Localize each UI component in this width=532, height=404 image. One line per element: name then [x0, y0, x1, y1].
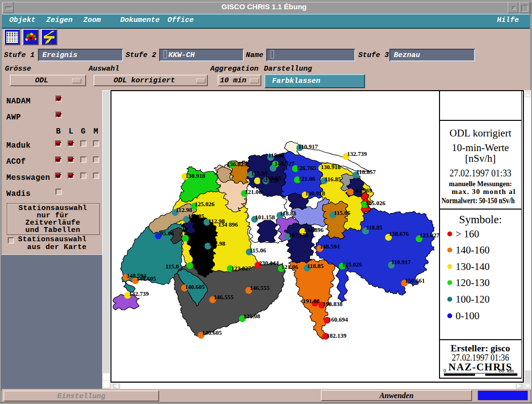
svg-text:110.917: 110.917: [298, 143, 318, 150]
svg-text:140.605: 140.605: [136, 275, 156, 282]
svg-text:101.158: 101.158: [255, 214, 275, 221]
svg-text:130.918: 130.918: [305, 190, 325, 197]
svg-text:121.06: 121.06: [281, 264, 298, 270]
svg-text:110.917: 110.917: [391, 259, 411, 266]
svg-text:123.027: 123.027: [420, 232, 440, 239]
svg-text:140.605: 140.605: [202, 329, 222, 336]
svg-text:115.0: 115.0: [165, 263, 179, 270]
svg-text:116.85: 116.85: [188, 213, 204, 220]
svg-text:118.85: 118.85: [366, 224, 383, 231]
svg-text:230.144: 230.144: [259, 260, 279, 267]
svg-text:112.98: 112.98: [176, 207, 192, 213]
svg-text:130.918: 130.918: [185, 173, 205, 179]
svg-text:118.857: 118.857: [356, 169, 376, 175]
svg-text:138.676: 138.676: [389, 231, 409, 237]
svg-text:182.139: 182.139: [327, 332, 347, 339]
svg-text:146.555: 146.555: [250, 285, 270, 291]
svg-text:134 896: 134 896: [218, 221, 238, 228]
svg-text:0: 0: [443, 368, 446, 373]
svg-text:136.825: 136.825: [227, 161, 247, 168]
svg-text:121.06: 121.06: [245, 189, 261, 195]
svg-text:125.026: 125.026: [366, 200, 385, 207]
svg-text:125.026: 125.026: [195, 201, 215, 208]
svg-text:191.08: 191.08: [303, 298, 319, 305]
svg-text:118.85: 118.85: [307, 263, 324, 269]
svg-text:142.969: 142.969: [352, 187, 372, 194]
svg-text:148.594: 148.594: [320, 243, 340, 250]
svg-text:146.555: 146.555: [214, 294, 234, 301]
svg-text:125.026: 125.026: [342, 261, 362, 268]
svg-text:150.661: 150.661: [405, 277, 425, 284]
svg-text:126.765: 126.765: [296, 165, 316, 172]
svg-text:118.85: 118.85: [280, 210, 296, 217]
svg-text:123.027: 123.027: [231, 265, 251, 272]
svg-text:121.06: 121.06: [298, 175, 315, 182]
svg-text:112.98: 112.98: [209, 240, 225, 247]
svg-text:116.85: 116.85: [325, 176, 341, 183]
svg-text:107.158: 107.158: [289, 232, 309, 239]
svg-text:132.739: 132.739: [347, 151, 367, 157]
svg-text:130.918: 130.918: [321, 164, 341, 171]
svg-text:95.06: 95.06: [160, 230, 174, 237]
svg-text:80 km: 80 km: [499, 368, 514, 373]
svg-text:115.06: 115.06: [334, 210, 350, 216]
svg-text:140.927: 140.927: [275, 160, 294, 167]
svg-text:115.06: 115.06: [250, 247, 266, 254]
svg-text:132.739: 132.739: [129, 290, 149, 297]
svg-text:118.85: 118.85: [265, 175, 281, 182]
svg-text:121.08: 121.08: [243, 313, 260, 320]
svg-text:140.605: 140.605: [185, 284, 205, 290]
svg-text:115.08: 115.08: [268, 152, 285, 159]
svg-text:198.838: 198.838: [323, 301, 343, 308]
svg-text:160.694: 160.694: [328, 316, 348, 323]
